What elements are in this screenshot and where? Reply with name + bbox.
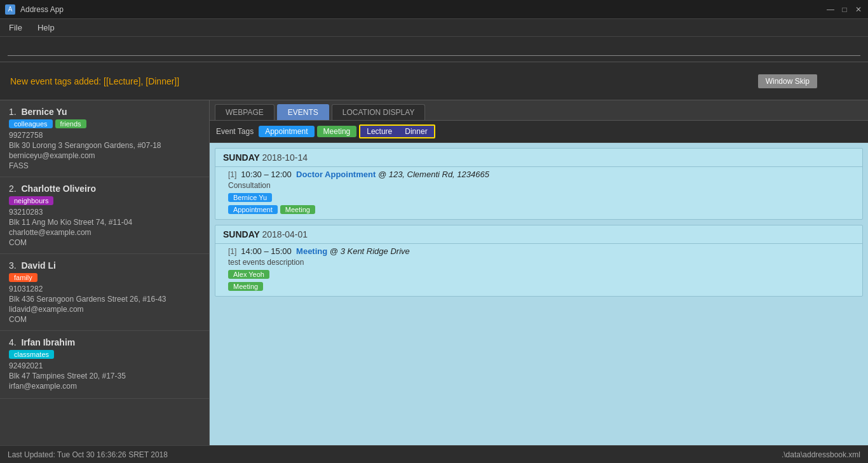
tab-location-display[interactable]: LOCATION DISPLAY — [332, 104, 426, 120]
event-label[interactable]: Meeting — [228, 282, 263, 291]
statusbar: Last Updated: Tue Oct 30 16:36:26 SRET 2… — [0, 445, 868, 463]
tab-events[interactable]: EVENTS — [277, 104, 329, 120]
tab-bar: WEBPAGE EVENTS LOCATION DISPLAY — [210, 100, 868, 121]
contact-phone: 91031282 — [9, 285, 200, 293]
search-input[interactable] — [8, 43, 860, 56]
event-time: 14:00 – 15:00 — [241, 246, 294, 256]
event-person-tag[interactable]: Alex Yeoh — [228, 270, 269, 279]
minimize-button[interactable]: — — [826, 5, 835, 14]
statusbar-right: .\data\addressbook.xml — [782, 450, 860, 459]
contact-name: 4. Irfan Ibrahim — [9, 337, 200, 347]
menubar: File Help — [0, 19, 868, 37]
day-name: SUNDAY — [223, 152, 260, 163]
event-row: [1] 14:00 – 15:00 Meeting @ 3 Kent Ridge… — [215, 243, 862, 296]
event-labels: AppointmentMeeting — [228, 205, 855, 214]
contact-item[interactable]: 4. Irfan Ibrahim classmates 92492021 Blk… — [0, 331, 209, 399]
event-person: Bernice Yu — [228, 192, 855, 203]
contact-address: Blk 47 Tampines Street 20, #17-35 — [9, 372, 200, 380]
tab-webpage[interactable]: WEBPAGE — [215, 104, 275, 120]
contact-tags: family — [9, 273, 200, 282]
contact-extra: FASS — [9, 161, 200, 170]
event-title: Meeting — [296, 246, 327, 256]
contact-list: 1. Bernice Yu colleaguesfriends 99272758… — [0, 100, 210, 445]
event-person: Alex Yeoh — [228, 269, 855, 280]
contact-address: Blk 11 Ang Mo Kio Street 74, #11-04 — [9, 218, 200, 227]
event-line: [1] 14:00 – 15:00 Meeting @ 3 Kent Ridge… — [228, 246, 855, 256]
day-date: 2018-10-14 — [262, 152, 308, 163]
contact-email: charlotte@example.com — [9, 228, 200, 237]
event-location: @ 123, Clementi Rd, 1234665 — [378, 170, 489, 179]
day-section: SUNDAY 2018-04-01 [1] 14:00 – 15:00 Meet… — [215, 225, 863, 297]
contact-phone: 92492021 — [9, 361, 200, 370]
contact-phone: 93210283 — [9, 208, 200, 217]
contact-item[interactable]: 2. Charlotte Oliveiro neighbours 9321028… — [0, 177, 209, 254]
event-number: [1] — [228, 170, 239, 179]
events-content: SUNDAY 2018-10-14 [1] 10:30 – 12:00 Doct… — [210, 143, 868, 445]
contact-name: 2. Charlotte Oliveiro — [9, 184, 200, 194]
lecture-dinner-wrapper: Lecture Dinner — [359, 124, 435, 138]
tag-dinner-button[interactable]: Dinner — [398, 126, 433, 137]
event-number: [1] — [228, 247, 239, 256]
menu-help[interactable]: Help — [34, 22, 58, 34]
contact-address: Blk 30 Lorong 3 Serangoon Gardens, #07-1… — [9, 141, 200, 150]
main-layout: 1. Bernice Yu colleaguesfriends 99272758… — [0, 100, 868, 445]
event-description: test events description — [228, 258, 855, 267]
contact-extra: COM — [9, 315, 200, 324]
contact-phone: 99272758 — [9, 131, 200, 140]
event-tags-bar: Event Tags Appointment Meeting Lecture D… — [210, 121, 868, 143]
contact-extra: COM — [9, 238, 200, 247]
notification-bar: New event tags added: [[Lecture], [Dinne… — [0, 62, 868, 100]
event-location: @ 3 Kent Ridge Drive — [330, 246, 410, 256]
contact-address: Blk 436 Serangoon Gardens Street 26, #16… — [9, 295, 200, 304]
event-row: [1] 10:30 – 12:00 Doctor Appointment @ 1… — [215, 166, 862, 219]
contact-tag: family — [9, 273, 37, 282]
event-line: [1] 10:30 – 12:00 Doctor Appointment @ 1… — [228, 170, 855, 179]
event-tags-label: Event Tags — [216, 127, 254, 136]
event-time: 10:30 – 12:00 — [241, 170, 294, 179]
day-header: SUNDAY 2018-10-14 — [215, 149, 862, 166]
window-controls: — □ ✕ — [826, 5, 863, 14]
contact-name: 1. Bernice Yu — [9, 107, 200, 117]
event-label[interactable]: Meeting — [280, 205, 315, 214]
titlebar: A Address App — □ ✕ — [0, 0, 868, 19]
search-bar — [0, 37, 868, 62]
statusbar-left: Last Updated: Tue Oct 30 16:36:26 SRET 2… — [8, 450, 168, 459]
close-button[interactable]: ✕ — [854, 5, 863, 14]
window-skip-button[interactable]: Window Skip — [758, 74, 817, 88]
right-panel: WEBPAGE EVENTS LOCATION DISPLAY Event Ta… — [210, 100, 868, 445]
event-label[interactable]: Appointment — [228, 205, 278, 214]
day-section: SUNDAY 2018-10-14 [1] 10:30 – 12:00 Doct… — [215, 148, 863, 220]
notification-text: New event tags added: [[Lecture], [Dinne… — [10, 76, 179, 86]
contact-tag: neighbours — [9, 196, 53, 205]
event-title: Doctor Appointment — [296, 170, 376, 179]
contact-tag: classmates — [9, 350, 54, 359]
event-person-tag[interactable]: Bernice Yu — [228, 193, 272, 202]
day-header: SUNDAY 2018-04-01 — [215, 225, 862, 243]
maximize-button[interactable]: □ — [840, 5, 849, 14]
tag-meeting-button[interactable]: Meeting — [317, 126, 357, 137]
tag-appointment-button[interactable]: Appointment — [259, 126, 314, 137]
contact-tag: friends — [55, 119, 86, 128]
tag-lecture-button[interactable]: Lecture — [360, 126, 398, 137]
event-description: Consultation — [228, 181, 855, 190]
contact-name: 3. David Li — [9, 260, 200, 271]
menu-file[interactable]: File — [5, 22, 26, 34]
app-title: Address App — [20, 5, 821, 14]
day-name: SUNDAY — [223, 229, 260, 239]
contact-tag: colleagues — [9, 119, 53, 128]
app-icon: A — [5, 4, 15, 15]
contact-email: lidavid@example.com — [9, 305, 200, 314]
contact-item[interactable]: 1. Bernice Yu colleaguesfriends 99272758… — [0, 100, 209, 177]
day-date: 2018-04-01 — [262, 229, 308, 239]
contact-tags: neighbours — [9, 196, 200, 205]
contact-email: irfan@example.com — [9, 382, 200, 391]
contact-email: berniceyu@example.com — [9, 151, 200, 160]
contact-item[interactable]: 3. David Li family 91031282 Blk 436 Sera… — [0, 254, 209, 331]
contact-tags: classmates — [9, 350, 200, 359]
contact-tags: colleaguesfriends — [9, 119, 200, 128]
event-labels: Meeting — [228, 282, 855, 291]
